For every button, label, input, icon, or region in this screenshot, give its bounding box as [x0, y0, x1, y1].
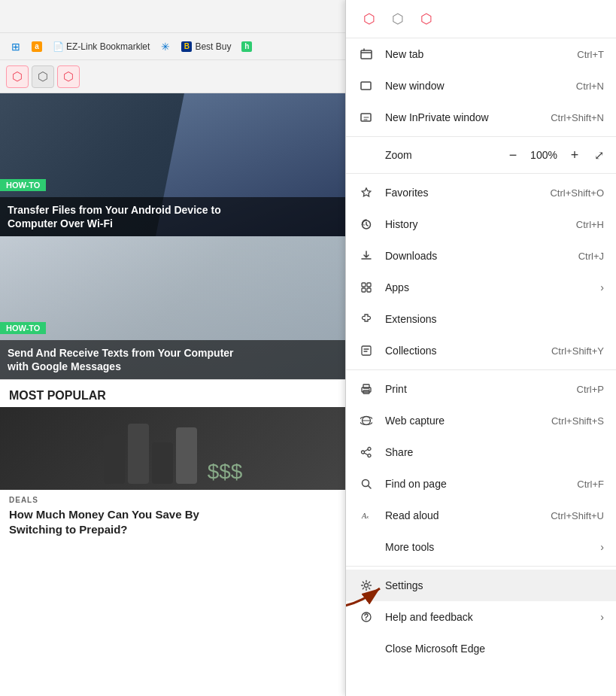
bookmark-ezlink[interactable]: 📄 EZ-Link Bookmarklet	[48, 39, 154, 54]
menu-item-inprivate[interactable]: New InPrivate window Ctrl+Shift+N	[346, 102, 616, 133]
menu-item-history[interactable]: History Ctrl+H	[346, 208, 616, 240]
collections-shortcut: Ctrl+Shift+Y	[551, 345, 604, 357]
menu-item-favorites[interactable]: Favorites Ctrl+Shift+O	[346, 177, 616, 208]
page-content: HOW-TO Transfer Files from Your Android …	[0, 93, 346, 696]
new-tab-label: New tab	[385, 48, 577, 60]
article1-badge: HOW-TO	[0, 179, 46, 191]
svg-rect-9	[362, 346, 371, 355]
divider-4	[346, 566, 616, 567]
read-aloud-shortcut: Ctrl+Shift+U	[551, 510, 604, 521]
menu-item-web-capture[interactable]: Web capture Ctrl+Shift+S	[346, 405, 616, 436]
bookmark-h[interactable]: h	[237, 39, 256, 54]
pocket-ext-icon2[interactable]: ⬡	[57, 65, 80, 88]
menu-item-read-aloud[interactable]: A x Read aloud Ctrl+Shift+U	[346, 500, 616, 531]
more-tools-label: More tools	[385, 541, 594, 553]
divider-3	[346, 369, 616, 370]
svg-rect-1	[361, 50, 372, 59]
ext-icon2[interactable]: ⬡	[32, 65, 54, 88]
svg-point-17	[362, 451, 365, 454]
zoom-value: 100%	[530, 149, 558, 161]
read-aloud-icon: A x	[358, 507, 375, 524]
pocket-ext-icon1[interactable]: ⬡	[6, 65, 29, 88]
history-label: History	[385, 218, 576, 230]
menu-item-help[interactable]: Help and feedback ›	[346, 601, 616, 633]
svg-rect-6	[367, 283, 371, 287]
menu-item-more-tools[interactable]: More tools ›	[346, 531, 616, 563]
svg-rect-7	[362, 288, 366, 292]
svg-point-21	[365, 584, 369, 588]
print-shortcut: Ctrl+P	[577, 384, 604, 395]
shield-menu-icon[interactable]: ⬡	[387, 8, 409, 30]
bookmark-bestbuy-label: Best Buy	[195, 41, 231, 52]
web-capture-label: Web capture	[385, 415, 551, 427]
menu-top-icons: ⬡ ⬡ ⬡	[346, 0, 616, 38]
new-tab-icon	[358, 46, 375, 62]
share-label: Share	[385, 446, 604, 458]
svg-rect-5	[362, 283, 366, 287]
deals-image: $$$	[0, 407, 346, 490]
menu-item-new-tab[interactable]: New tab Ctrl+T	[346, 38, 616, 70]
bookmark-bestbuy[interactable]: B Best Buy	[177, 39, 235, 54]
menu-item-downloads[interactable]: Downloads Ctrl+J	[346, 240, 616, 272]
menu-item-share[interactable]: Share	[346, 436, 616, 468]
article-card-1: HOW-TO Transfer Files from Your Android …	[0, 93, 346, 236]
favorites-icon	[358, 184, 375, 201]
deal-section: DEALS How Much Money Can You Save BySwit…	[0, 490, 346, 543]
print-label: Print	[385, 383, 577, 395]
menu-item-extensions[interactable]: Extensions	[346, 303, 616, 335]
new-window-icon	[358, 78, 375, 94]
pocket-menu-icon2[interactable]: ⬡	[415, 8, 438, 30]
zoom-plus-button[interactable]: +	[566, 146, 584, 164]
web-capture-shortcut: Ctrl+Shift+S	[551, 415, 604, 427]
favorites-label: Favorites	[385, 187, 550, 199]
menu-item-find[interactable]: Find on page Ctrl+F	[346, 468, 616, 500]
new-window-label: New window	[385, 80, 576, 92]
menu-item-print[interactable]: Print Ctrl+P	[346, 373, 616, 405]
svg-point-13	[369, 389, 370, 391]
svg-rect-8	[367, 288, 371, 292]
bookmark-windows[interactable]: ⊞	[6, 39, 26, 54]
menu-item-apps[interactable]: Apps ›	[346, 272, 616, 303]
downloads-icon	[358, 248, 375, 264]
pocket-menu-icon1[interactable]: ⬡	[358, 8, 381, 30]
find-icon	[358, 476, 375, 492]
apps-label: Apps	[385, 281, 594, 293]
help-label: Help and feedback	[385, 611, 594, 623]
close-edge-icon	[358, 640, 375, 657]
zoom-expand-icon[interactable]: ⤢	[594, 148, 604, 163]
history-shortcut: Ctrl+H	[576, 219, 604, 230]
history-icon	[358, 216, 375, 233]
inprivate-icon	[358, 109, 375, 126]
bookmark-amazon[interactable]: a	[27, 39, 47, 54]
downloads-label: Downloads	[385, 250, 578, 262]
zoom-minus-button[interactable]: −	[504, 146, 522, 164]
collections-icon	[358, 342, 375, 359]
divider-2	[346, 173, 616, 174]
settings-label: Settings	[385, 579, 604, 591]
print-icon	[358, 381, 375, 397]
svg-point-23	[366, 619, 366, 620]
extensions-label: Extensions	[385, 313, 604, 325]
new-window-shortcut: Ctrl+N	[576, 81, 604, 92]
menu-item-close-edge[interactable]: Close Microsoft Edge	[346, 633, 616, 664]
bookmark-ezlink-label: EZ-Link Bookmarklet	[66, 41, 150, 52]
share-icon	[358, 444, 375, 460]
new-tab-shortcut: Ctrl+T	[577, 49, 604, 60]
menu-item-zoom: Zoom − 100% + ⤢	[346, 140, 616, 170]
more-tools-arrow-icon: ›	[600, 541, 604, 553]
find-shortcut: Ctrl+F	[577, 479, 604, 490]
favorites-shortcut: Ctrl+Shift+O	[550, 187, 604, 199]
article-img-1: HOW-TO Transfer Files from Your Android …	[0, 93, 346, 236]
deal-title: How Much Money Can You Save BySwitching …	[9, 507, 337, 536]
article2-title: Send And Receive Texts from Your Compute…	[0, 340, 346, 379]
bookmark-walmart[interactable]: ✳	[156, 39, 175, 54]
divider-1	[346, 136, 616, 137]
zoom-controls: − 100% + ⤢	[504, 146, 604, 164]
close-edge-label: Close Microsoft Edge	[385, 643, 604, 655]
menu-item-collections[interactable]: Collections Ctrl+Shift+Y	[346, 335, 616, 366]
menu-item-settings[interactable]: Settings	[346, 570, 616, 601]
settings-icon	[358, 577, 375, 594]
inprivate-shortcut: Ctrl+Shift+N	[551, 112, 604, 123]
menu-item-new-window[interactable]: New window Ctrl+N	[346, 70, 616, 102]
web-capture-icon	[358, 412, 375, 429]
